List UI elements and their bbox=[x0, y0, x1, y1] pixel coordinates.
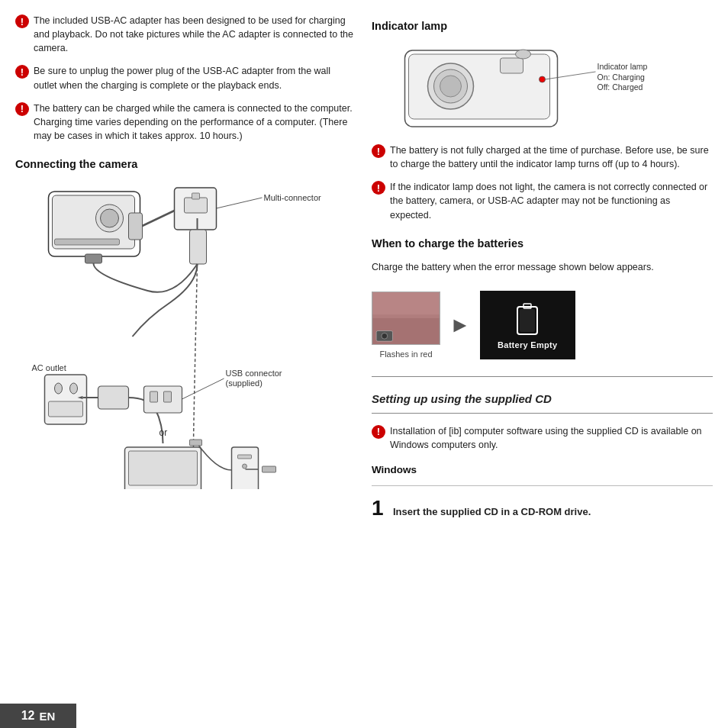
step-1-text: Insert the supplied CD in a CD-ROM drive… bbox=[393, 498, 591, 519]
svg-rect-9 bbox=[192, 193, 200, 199]
svg-point-16 bbox=[70, 383, 78, 394]
battery-empty-label: Battery Empty bbox=[498, 340, 557, 350]
svg-point-15 bbox=[55, 383, 63, 394]
svg-rect-19 bbox=[98, 386, 129, 409]
svg-rect-8 bbox=[185, 198, 208, 213]
step-1-row: 1 Insert the supplied CD in a CD-ROM dri… bbox=[372, 498, 713, 519]
svg-line-10 bbox=[217, 198, 263, 208]
svg-rect-24 bbox=[164, 391, 172, 402]
indicator-lamp-diagram: Indicator lamp On: Charging Off: Charged bbox=[372, 43, 713, 134]
svg-text:or: or bbox=[159, 427, 168, 438]
warning-item-2: ! Be sure to unplug the power plug of th… bbox=[15, 64, 356, 92]
battery-section: Flashes in red ► Battery Empty bbox=[372, 291, 713, 359]
svg-text:USB connector: USB connector bbox=[226, 369, 282, 378]
svg-rect-5 bbox=[55, 239, 120, 245]
svg-point-43 bbox=[516, 50, 531, 59]
warning-text-2: Be sure to unplug the power plug of the … bbox=[34, 64, 356, 92]
svg-point-41 bbox=[440, 76, 462, 97]
setting-up-divider bbox=[372, 376, 713, 377]
svg-rect-2 bbox=[129, 213, 143, 240]
when-to-charge-title: When to charge the batteries bbox=[372, 237, 713, 250]
setting-up-rule bbox=[372, 413, 713, 414]
svg-line-12 bbox=[143, 211, 175, 226]
svg-text:Indicator lamp: Indicator lamp bbox=[598, 62, 648, 71]
right-column: Indicator lamp Indicator lamp O bbox=[372, 14, 713, 714]
svg-text:Multi-connector: Multi-connector bbox=[264, 193, 322, 202]
right-warning-2: ! If the indicator lamp does not light, … bbox=[372, 180, 713, 221]
svg-text:(supplied): (supplied) bbox=[226, 378, 263, 388]
arrow-right-icon: ► bbox=[449, 313, 471, 337]
step-1-number: 1 bbox=[372, 498, 388, 519]
connecting-title: Connecting the camera bbox=[15, 158, 356, 170]
setting-up-warning-text: Installation of [ib] computer software u… bbox=[390, 424, 713, 452]
svg-rect-22 bbox=[144, 386, 182, 413]
svg-rect-17 bbox=[49, 401, 83, 417]
windows-divider bbox=[372, 485, 713, 486]
svg-rect-6 bbox=[85, 254, 102, 263]
windows-title: Windows bbox=[372, 464, 713, 475]
svg-line-25 bbox=[182, 378, 224, 399]
when-to-charge-desc: Charge the battery when the error messag… bbox=[372, 260, 713, 274]
right-warning-icon-2: ! bbox=[372, 181, 385, 195]
warning-icon-2: ! bbox=[15, 65, 29, 79]
setting-up-warning: ! Installation of [ib] computer software… bbox=[372, 424, 713, 452]
flashes-label: Flashes in red bbox=[379, 350, 432, 359]
svg-line-45 bbox=[546, 72, 596, 79]
page-bar: 12 EN bbox=[0, 704, 76, 728]
svg-rect-36 bbox=[263, 466, 276, 472]
warning-text-1: The included USB-AC adapter has been des… bbox=[34, 14, 356, 55]
warning-icon-1: ! bbox=[15, 14, 29, 28]
setting-up-title: Setting up using the supplied CD bbox=[372, 392, 713, 405]
right-warning-icon-1: ! bbox=[372, 144, 385, 158]
setting-up-warning-icon: ! bbox=[372, 425, 385, 439]
camera-diagram: Multi-connector AC outlet bbox=[15, 184, 356, 489]
svg-point-34 bbox=[243, 464, 247, 469]
photo-thumbnail bbox=[372, 292, 440, 345]
warning-icon-3: ! bbox=[15, 102, 29, 116]
svg-point-4 bbox=[101, 209, 119, 227]
page-number: 12 bbox=[21, 709, 35, 723]
svg-rect-42 bbox=[501, 58, 523, 73]
svg-rect-33 bbox=[238, 455, 252, 459]
svg-rect-58 bbox=[520, 309, 535, 332]
svg-rect-30 bbox=[129, 451, 198, 485]
battery-empty-panel: Battery Empty bbox=[480, 291, 575, 359]
warning-item-1: ! The included USB-AC adapter has been d… bbox=[15, 14, 356, 55]
right-warning-1: ! The battery is not fully charged at th… bbox=[372, 143, 713, 171]
svg-point-44 bbox=[540, 76, 546, 82]
indicator-lamp-title: Indicator lamp bbox=[372, 20, 713, 32]
svg-rect-13 bbox=[190, 230, 207, 264]
svg-rect-23 bbox=[150, 391, 158, 402]
lang-label: EN bbox=[39, 710, 55, 723]
right-warning-text-1: The battery is not fully charged at the … bbox=[390, 143, 713, 171]
svg-text:On: Charging: On: Charging bbox=[598, 72, 646, 82]
warning-text-3: The battery can be charged while the cam… bbox=[34, 101, 356, 143]
right-warning-text-2: If the indicator lamp does not light, th… bbox=[390, 180, 713, 221]
warning-item-3: ! The battery can be charged while the c… bbox=[15, 101, 356, 143]
svg-rect-35 bbox=[190, 440, 202, 446]
svg-text:Off: Charged: Off: Charged bbox=[598, 82, 643, 92]
svg-text:AC outlet: AC outlet bbox=[32, 363, 66, 372]
svg-point-55 bbox=[382, 333, 388, 339]
left-column: ! The included USB-AC adapter has been d… bbox=[15, 14, 356, 714]
